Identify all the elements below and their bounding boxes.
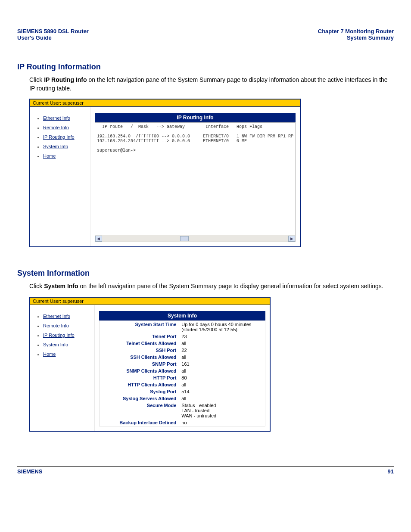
sidebar-nav: Ethernet Info Remote Info IP Routing Inf… (30, 305, 95, 431)
nav-item-ip-routing[interactable]: IP Routing Info (43, 134, 87, 140)
table-row: Secure ModeStatus - enabled LAN - truste… (100, 402, 265, 419)
scroll-thumb[interactable] (180, 236, 189, 241)
sysinfo-label: SSH Clients Allowed (100, 354, 179, 361)
sysinfo-label: Secure Mode (100, 402, 179, 419)
sysinfo-label: Telnet Port (100, 333, 179, 340)
nav-item-ethernet[interactable]: Ethernet Info (43, 115, 87, 121)
header-right-line2: System Summary (318, 34, 394, 41)
sysinfo-value: 80 (179, 374, 265, 381)
table-row: SNMP Clients Allowedall (100, 367, 265, 374)
table-row: Syslog Port514 (100, 388, 265, 395)
nav-item-home[interactable]: Home (43, 153, 87, 159)
ip-routing-console: IP route / Mask --> Gateway Interface Ho… (95, 123, 295, 235)
nav-item-system[interactable]: System Info (43, 342, 91, 347)
page-footer: SIEMENS 91 (17, 468, 394, 475)
sysinfo-value: all (179, 381, 265, 388)
sysinfo-value: all (179, 395, 265, 402)
sysinfo-value: all (179, 354, 265, 361)
sysinfo-value: 514 (179, 388, 265, 395)
sysinfo-label: SNMP Port (100, 361, 179, 367)
table-row: SSH Port22 (100, 347, 265, 354)
sysinfo-label: Telnet Clients Allowed (100, 340, 179, 347)
sysinfo-value: 161 (179, 361, 265, 367)
table-row: Telnet Clients Allowedall (100, 340, 265, 347)
panel-title-ip-routing: IP Routing Info (95, 113, 296, 122)
sysinfo-label: Syslog Port (100, 388, 179, 395)
sysinfo-label: SSH Port (100, 347, 179, 354)
sysinfo-value: 23 (179, 333, 265, 340)
sysinfo-label: Backup Interface Defined (100, 419, 179, 426)
nav-item-home[interactable]: Home (43, 352, 91, 357)
header-right-line1: Chapter 7 Monitoring Router (318, 28, 394, 34)
page-header: SIEMENS 5890 DSL Router User's Guide Cha… (17, 28, 394, 41)
sysinfo-value: 22 (179, 347, 265, 354)
sysinfo-label: SNMP Clients Allowed (100, 367, 179, 374)
sysinfo-value: Status - enabled LAN - trusted WAN - unt… (179, 402, 265, 419)
section-heading-system-info: System Information (17, 269, 394, 278)
sysinfo-value: no (179, 419, 265, 426)
system-info-table: System Start TimeUp for 0 days 0 hours 4… (99, 320, 265, 426)
nav-item-system[interactable]: System Info (43, 144, 87, 149)
footer-page-number: 91 (388, 468, 394, 475)
screenshot-ip-routing: Current User: superuser Ethernet Info Re… (29, 99, 301, 247)
sysinfo-label: System Start Time (100, 320, 179, 333)
nav-item-remote[interactable]: Remote Info (43, 323, 91, 328)
table-row: SNMP Port161 (100, 361, 265, 367)
sysinfo-value: Up for 0 days 0 hours 40 minutes (starte… (179, 320, 265, 333)
nav-item-ip-routing[interactable]: IP Routing Info (43, 333, 91, 338)
table-row: SSH Clients Allowedall (100, 354, 265, 361)
table-row: HTTP Clients Allowedall (100, 381, 265, 388)
sysinfo-value: all (179, 340, 265, 347)
scroll-right-icon[interactable]: ▶ (288, 236, 295, 242)
section2-paragraph: Click System Info on the left navigation… (29, 282, 394, 291)
horizontal-scrollbar[interactable]: ◀ ▶ (95, 235, 295, 242)
screenshot-system-info: Current User: superuser Ethernet Info Re… (29, 297, 271, 432)
sysinfo-label: HTTP Clients Allowed (100, 381, 179, 388)
table-row: System Start TimeUp for 0 days 0 hours 4… (100, 320, 265, 333)
section-heading-ip-routing: IP Routing Information (17, 62, 394, 72)
table-row: Backup Interface Definedno (100, 419, 265, 426)
table-row: Syslog Servers Allowedall (100, 395, 265, 402)
section1-paragraph: Click IP Routing Info on the left naviga… (29, 76, 394, 93)
footer-brand: SIEMENS (17, 468, 43, 475)
panel-title-system-info: System Info (99, 311, 265, 320)
sidebar-nav: Ethernet Info Remote Info IP Routing Inf… (30, 107, 90, 246)
header-left-line2: User's Guide (17, 34, 89, 41)
scroll-left-icon[interactable]: ◀ (95, 236, 102, 242)
sysinfo-label: Syslog Servers Allowed (100, 395, 179, 402)
current-user-bar: Current User: superuser (30, 100, 300, 107)
sysinfo-value: all (179, 367, 265, 374)
nav-item-remote[interactable]: Remote Info (43, 125, 87, 130)
header-left-line1: SIEMENS 5890 DSL Router (17, 28, 89, 34)
nav-item-ethernet[interactable]: Ethernet Info (43, 314, 91, 319)
sysinfo-label: HTTP Port (100, 374, 179, 381)
table-row: HTTP Port80 (100, 374, 265, 381)
current-user-bar: Current User: superuser (30, 298, 270, 305)
table-row: Telnet Port23 (100, 333, 265, 340)
